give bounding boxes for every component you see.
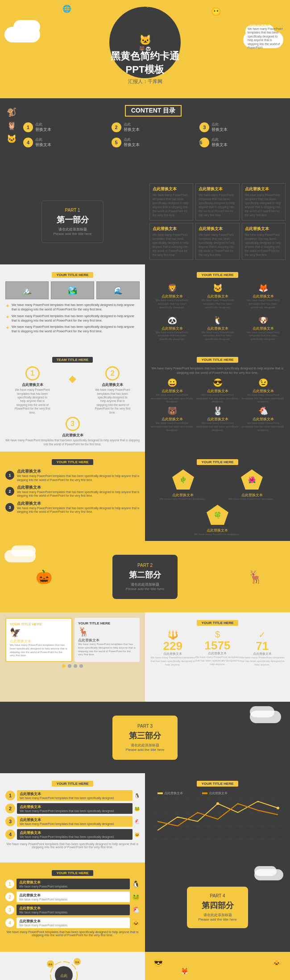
part4-box: PART 4 第四部分 请在此处添加标题 Please add the titl… [187, 887, 248, 928]
sy-num-3: 3 [5, 905, 14, 914]
penta-svg-1: 🌵 [171, 469, 195, 491]
right-icon-grid: 🦁 点此替换文本 We have many PowerPoint templat… [150, 281, 285, 343]
diamond-arrow: ◆ [69, 373, 76, 385]
stat-2: $ 1575 点此替换文本 We have many PowerPoint te… [195, 629, 240, 666]
content-title-area: CONTENT 目录 [23, 105, 283, 117]
ytitle-label-r2: YOUR TITLE HERE [150, 355, 285, 363]
grid-cell-3: 点此替换文本 We have many PowerPoint templates… [242, 183, 286, 221]
content-box: CONTENT 目录 1 点此 替换文本 2 点此 替换文本 [23, 105, 283, 148]
chart-title-badge: YOUR TITLE HERE [197, 781, 238, 787]
svg-text:替换: 替换 [75, 961, 79, 963]
sy-step-4: 4 点此替换文本 We have many PowerPoint templat… [5, 917, 140, 928]
list-item-a: ✦ We have many PowerPoint templates that… [5, 303, 140, 312]
menu-item-5: 5 点此 替换文本 [112, 137, 195, 148]
num-circle-1: 1 [25, 366, 40, 381]
num-circle-2: 2 [105, 366, 120, 381]
trio-text-2: We have many PowerPoint templates that h… [95, 388, 130, 415]
menu-item-6: 6 点此 替换文本 [199, 137, 283, 148]
part2-en: Please add the title here [126, 587, 164, 591]
f-box-2-text: We have many PowerPoint templates that h… [20, 809, 130, 812]
part2-box: PART 2 第二部分 请在此处添加标题 Please add the titl… [112, 555, 178, 599]
cell4-title: 点此替换文本 [153, 226, 190, 232]
carousel-item-2: YOUR TITLE HERE 🦌 点此替换文本 We have many Po… [75, 618, 140, 662]
ty-emoji-1: 😎 [154, 959, 163, 967]
f-num-4: 4 [5, 829, 15, 839]
dot-2 [74, 664, 77, 668]
part4-label: PART 4 [198, 893, 236, 898]
ep-6: 🐔 点此替换文本 We have many PowerPoint templat… [241, 406, 285, 432]
f-arrow-1: 🐧 [134, 793, 140, 798]
sy-num-2: 2 [5, 892, 14, 901]
r-cell-3-text: We have many PowerPoint templates that h… [243, 299, 283, 309]
slide-row-list-part4: YOUR TITLE HERE 1 点此替换文本 We have many Po… [0, 863, 290, 952]
step-content-3: 点此替换文本 We have many PowerPoint templates… [17, 501, 140, 514]
stat-icon-3: ✓ [240, 629, 285, 640]
svg-text:🍀: 🍀 [214, 511, 222, 519]
cloud-left-top [13, 20, 40, 34]
trio-title-2: 点此替换文本 [95, 382, 130, 387]
list-text-b: We have many PowerPoint templates that h… [12, 314, 140, 323]
f-box-4-text: We have many PowerPoint templates that h… [20, 835, 130, 838]
step-2: 2 点此替换文本 We have many PowerPoint templat… [5, 485, 140, 498]
flow-bottom-text: We have many PowerPoint templates that h… [5, 842, 140, 849]
your-title-badge: YOUR TITLE HERE [52, 272, 93, 278]
emoji-panda: 🐼 [167, 316, 177, 325]
stat-desc-1: We have many PowerPoint templates that h… [150, 656, 195, 666]
sy-emoji-3: 🐔 [132, 906, 140, 913]
title-area: 黑黄色简约卡通 PPT模板 汇报人：千库网 [0, 50, 290, 85]
item-1-text: 点此 替换文本 [35, 122, 51, 133]
chart-title-area: YOUR TITLE HERE [150, 779, 285, 787]
step-title-1: 点此替换文本 [17, 469, 140, 474]
penta-title-badge: YOUR TITLE HERE [197, 459, 238, 465]
ep2-text: We have many PowerPoint templates that h… [196, 394, 239, 404]
sy-box-4-title: 点此替换文本 [19, 919, 127, 924]
slide-row-team: TEAM TITLE HERE 1 点此替换文本 We have many Po… [0, 349, 290, 452]
f-num-2: 2 [5, 804, 15, 813]
team-title-area: TEAM TITLE HERE [5, 355, 140, 363]
trio-item-2: 2 点此替换文本 We have many PowerPoint templat… [95, 366, 130, 415]
stats-panel: YOUR TITLE HERE 🔱 229 点此替换文本 We have man… [145, 612, 290, 702]
sy-box-3-text: We have many PowerPoint templates [19, 911, 127, 914]
menu-item-3: 3 点此 替换文本 [199, 122, 283, 133]
chart-panel: YOUR TITLE HERE 点此替换文本 点此替换文本 点此替换文本 We … [145, 773, 290, 863]
r-cell-2-text: We have many PowerPoint templates that h… [198, 299, 237, 309]
dot-1 [68, 664, 71, 668]
grid-cell-6: 点此替换文本 We have many PowerPoint templates… [242, 223, 286, 260]
step-content-2: 点此替换文本 We have many PowerPoint templates… [17, 485, 140, 498]
part3-en: Please add the title here [126, 748, 164, 752]
stats-title-badge: YOUR TITLE HERE [197, 620, 238, 626]
sy-steps: 1 点此替换文本 We have many PowerPoint templat… [5, 879, 140, 928]
grid-cell-4: 点此替换文本 We have many PowerPoint templates… [149, 223, 193, 260]
c-item-1-title: 点此替换文本 [10, 639, 68, 644]
emoji-bunny: 🐰 [213, 406, 223, 415]
num-4: 4 [23, 138, 33, 147]
source: 汇报人：千库网 [0, 78, 290, 85]
line-chart-svg: 点此替换文本 点此替换文本 [153, 790, 282, 844]
part2-label: PART 2 [126, 563, 164, 568]
item-2-text: 点此 替换文本 [124, 122, 140, 133]
r-cell-2-title: 点此替换文本 [198, 294, 237, 299]
svg-text:🌵: 🌵 [179, 476, 187, 484]
flow-title-area: YOUR TITLE HERE [5, 779, 140, 787]
step-title-3: 点此替换文本 [17, 501, 140, 507]
f-box-1: 点此替换文本 We have many PowerPoint templates… [17, 790, 133, 801]
ep1-title: 点此替换文本 [150, 389, 194, 394]
ty-emoji-3: 🦊 [181, 967, 188, 975]
stat-icon-2: $ [195, 629, 240, 640]
f-box-3-text: We have many PowerPoint templates that h… [20, 822, 130, 825]
f-icon-2: 🐸 [134, 806, 140, 811]
pentagons-row: 🌵 点此替换文本 We have many PowerPoint templat… [150, 469, 285, 536]
flow-row-1: 1 点此替换文本 We have many PowerPoint templat… [5, 790, 140, 801]
sy-emoji-1: 🐧 [132, 880, 140, 888]
ytitle-stats-label: YOUR TITLE HERE [150, 618, 285, 626]
part4-en: Please add the title here [198, 917, 236, 921]
slide-content-menu: 🐒 🦉 🐱 CONTENT 目录 1 点此 替换文本 2 [0, 98, 290, 179]
stat-label-3: 点此替换文本 [240, 652, 285, 656]
num-2: 2 [112, 122, 121, 132]
circle-diagram: 点此 替换 替换 替换 替换 [5, 957, 140, 980]
cloud-p2-2 [11, 545, 36, 557]
step-num-1: 1 [5, 471, 14, 480]
yellow-banner-panel: YOUR TITLE HERE 1 点此替换文本 We have many Po… [0, 452, 145, 541]
icon-grid: 点此替换文本 We have many PowerPoint templates… [149, 183, 286, 260]
main-title: 黑黄色简约卡通 [0, 50, 290, 63]
